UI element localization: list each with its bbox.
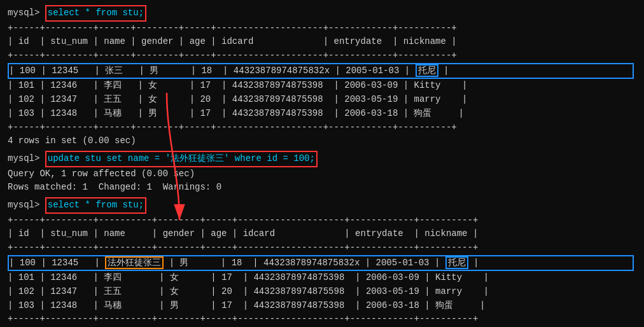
table2-sep2: +-----+---------+----------+--------+---… xyxy=(8,241,636,255)
table1-row100-wrapper: | 100 | 12345 | 张三 | 男 | 18 | 4432387897… xyxy=(8,63,636,80)
rows-result1: 4 rows in set (0.00 sec) xyxy=(8,134,636,148)
name2-orange-box: 法外狂徒张三 xyxy=(105,256,164,269)
table1-row102: | 102 | 12347 | 王五 | 女 | 20 | 4432387897… xyxy=(8,93,636,107)
table2-row101: | 101 | 12346 | 李四 | 女 | 17 | 4432387897… xyxy=(8,271,636,285)
table1-sep1: +-----+---------+------+--------+-----+-… xyxy=(8,22,636,36)
nickname1-box: 托尼 xyxy=(416,64,438,77)
query1-line: mysql> select * from stu; xyxy=(8,5,636,22)
table2-sep3: +-----+---------+----------+--------+---… xyxy=(8,312,636,326)
table2-row103: | 103 | 12348 | 马穗 | 男 | 17 | 4432387897… xyxy=(8,299,636,313)
query2-line: mysql> update stu set name = '法外狂徒张三' wh… xyxy=(8,151,636,167)
table2-sep1: +-----+---------+----------+--------+---… xyxy=(8,214,636,228)
rows-matched: Rows matched: 1 Changed: 1 Warnings: 0 xyxy=(8,181,636,195)
table2-row100: | 100 | 12345 | 法外狂徒张三 | 男 | 18 | 443238… xyxy=(8,255,634,272)
table2-row102: | 102 | 12347 | 王五 | 女 | 20 | 4432387897… xyxy=(8,285,636,299)
table2-row100-wrapper: | 100 | 12345 | 法外狂徒张三 | 男 | 18 | 443238… xyxy=(8,255,636,272)
query3-line: mysql> select * from stu; xyxy=(8,197,636,214)
prompt1: mysql> xyxy=(8,8,45,18)
prompt3: mysql> xyxy=(8,200,45,210)
nickname2-box: 托尼 xyxy=(445,256,468,269)
table1-header: | id | stu_num | name | gender | age | i… xyxy=(8,35,636,49)
prompt2: mysql> xyxy=(8,153,45,164)
table1-row100: | 100 | 12345 | 张三 | 男 | 18 | 4432387897… xyxy=(8,63,634,80)
table1-row103: | 103 | 12348 | 马穗 | 男 | 17 | 4432387897… xyxy=(8,107,636,121)
table1-sep3: +-----+---------+------+--------+-----+-… xyxy=(8,121,636,135)
table1-row101: | 101 | 12346 | 李四 | 女 | 17 | 4432387897… xyxy=(8,79,636,93)
table1-sep2: +-----+---------+------+--------+-----+-… xyxy=(8,49,636,63)
cmd2-box: update stu set name = '法外狂徒张三' where id … xyxy=(45,151,318,167)
query-ok: Query OK, 1 row affected (0.00 sec) xyxy=(8,167,636,181)
table2-header: | id | stu_num | name | gender | age | i… xyxy=(8,227,636,241)
cmd1-box: select * from stu; xyxy=(45,5,146,22)
cmd3-box: select * from stu; xyxy=(45,197,146,214)
terminal: mysql> select * from stu; +-----+-------… xyxy=(8,5,636,327)
